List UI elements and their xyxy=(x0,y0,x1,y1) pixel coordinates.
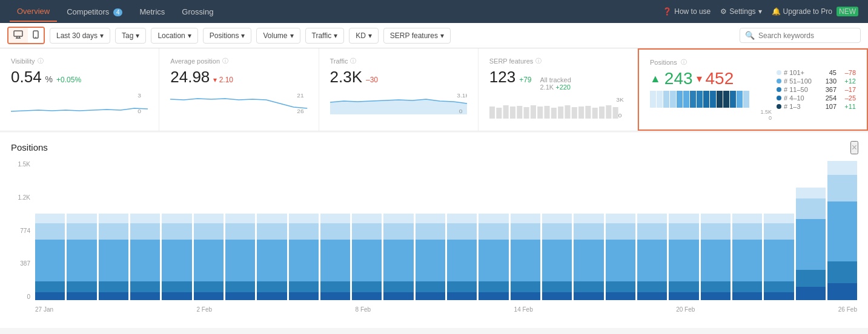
bar-segment xyxy=(257,281,287,293)
bar-segment xyxy=(637,281,667,293)
svg-rect-25 xyxy=(572,107,577,119)
bar-segment xyxy=(225,223,255,240)
bar-segment xyxy=(606,214,635,223)
traffic-delta: –30 xyxy=(366,76,378,84)
how-to-use-link[interactable]: ❓ How to use xyxy=(663,7,711,16)
visibility-info-icon[interactable]: ⓘ xyxy=(38,57,44,65)
mobile-view-button[interactable] xyxy=(28,28,44,43)
bar-segment xyxy=(99,292,128,300)
traffic-filter[interactable]: Traffic ▾ xyxy=(305,28,345,44)
bar-segment xyxy=(257,214,287,223)
bar-segment xyxy=(383,223,413,240)
legend-row-101: # 101+ 45 –78 xyxy=(777,69,856,76)
nav-tab-grossing[interactable]: Grossing xyxy=(174,2,220,21)
positions-info-icon[interactable]: ⓘ xyxy=(681,58,687,67)
svg-text:3: 3 xyxy=(137,93,141,99)
bar-segment xyxy=(796,219,826,270)
bar-segment xyxy=(606,223,635,240)
volume-filter[interactable]: Volume ▾ xyxy=(256,28,300,44)
bar-segment xyxy=(701,223,731,240)
metrics-row: Visibility ⓘ 0.54% +0.05% 3 0 Average po… xyxy=(0,48,868,131)
svg-text:26: 26 xyxy=(297,108,304,114)
traffic-info-icon[interactable]: ⓘ xyxy=(350,57,356,65)
bar-segment xyxy=(35,214,65,223)
bar-segment xyxy=(796,287,826,300)
visibility-delta: +0.05% xyxy=(56,76,81,84)
bar-segment xyxy=(764,223,793,240)
avg-position-info-icon[interactable]: ⓘ xyxy=(222,57,228,65)
view-toggle xyxy=(7,27,45,44)
settings-link[interactable]: ⚙ Settings ▾ xyxy=(720,7,761,16)
bar-segment xyxy=(701,240,731,281)
bar-segment xyxy=(796,270,826,287)
bar-segment xyxy=(574,292,603,300)
location-filter[interactable]: Location ▾ xyxy=(151,28,197,44)
bar-segment xyxy=(447,281,477,293)
svg-rect-22 xyxy=(551,108,557,119)
last30-filter[interactable]: Last 30 days ▾ xyxy=(50,28,110,44)
bar-segment xyxy=(194,214,224,223)
kd-filter[interactable]: KD ▾ xyxy=(349,28,379,44)
upgrade-icon: 🔔 xyxy=(772,7,781,16)
svg-text:3.1K: 3.1K xyxy=(457,93,467,99)
bar-segment xyxy=(320,223,350,240)
upgrade-link[interactable]: 🔔 Upgrade to Pro NEW xyxy=(772,7,858,16)
nav-tabs: Overview Competitors 4 Metrics Grossing xyxy=(10,2,220,22)
bar-segment xyxy=(162,240,191,281)
down-arrow-icon: ▾ xyxy=(697,72,702,85)
bar-segment xyxy=(732,292,762,300)
close-chart-button[interactable]: × xyxy=(850,141,858,154)
svg-rect-20 xyxy=(537,106,543,119)
bar-segment xyxy=(289,240,319,281)
desktop-view-button[interactable] xyxy=(8,28,28,43)
serp-filter[interactable]: SERP features ▾ xyxy=(383,28,451,44)
bar-segment xyxy=(416,281,445,293)
nav-tab-overview[interactable]: Overview xyxy=(10,2,57,22)
chevron-down-icon: ▾ xyxy=(368,31,372,40)
bar-segment xyxy=(320,240,350,281)
bar-group xyxy=(479,214,508,300)
bar-segment xyxy=(35,292,65,300)
bar-segment xyxy=(669,214,698,223)
bar-segment xyxy=(637,240,667,281)
bar-group xyxy=(701,214,731,300)
bar-segment xyxy=(130,240,160,281)
traffic-sparkline: 3.1K 0 xyxy=(330,90,467,114)
bar-segment xyxy=(99,223,128,240)
bar-group xyxy=(669,214,698,300)
chevron-down-icon: ▾ xyxy=(440,31,444,40)
serp-chart: 3K 0 xyxy=(489,94,626,119)
keyword-search[interactable]: 🔍 xyxy=(740,28,861,43)
bar-group xyxy=(194,214,224,300)
bar-segment xyxy=(796,198,826,219)
tag-filter[interactable]: Tag ▾ xyxy=(115,28,146,44)
bar-segment xyxy=(827,261,857,284)
search-input[interactable] xyxy=(758,31,855,40)
positions-filter[interactable]: Positions ▾ xyxy=(203,28,252,44)
serp-info-icon[interactable]: ⓘ xyxy=(535,57,542,65)
svg-text:0: 0 xyxy=(618,113,621,119)
bar-group xyxy=(637,214,667,300)
bar-segment xyxy=(669,240,698,281)
bar-segment xyxy=(257,292,287,300)
bar-segment xyxy=(99,281,128,293)
bar-segment xyxy=(130,281,160,293)
bar-segment xyxy=(383,292,413,300)
bar-segment xyxy=(732,214,762,223)
bar-group xyxy=(764,214,793,300)
filter-toolbar: Last 30 days ▾ Tag ▾ Location ▾ Position… xyxy=(0,23,868,48)
bar-segment xyxy=(35,240,65,281)
bar-segment xyxy=(320,281,350,293)
nav-tab-competitors[interactable]: Competitors 4 xyxy=(59,2,130,21)
svg-rect-16 xyxy=(510,106,515,119)
bar-segment xyxy=(479,240,508,281)
bar-segment xyxy=(67,223,96,240)
avg-position-chart: 21 26 xyxy=(170,90,307,114)
nav-tab-metrics[interactable]: Metrics xyxy=(132,2,172,21)
bar-segment xyxy=(542,292,572,300)
bar-group xyxy=(67,214,96,300)
bar-group xyxy=(99,214,128,300)
serp-sparkline: 3K 0 xyxy=(489,94,626,119)
bar-segment xyxy=(764,214,793,223)
bar-group xyxy=(383,214,413,300)
